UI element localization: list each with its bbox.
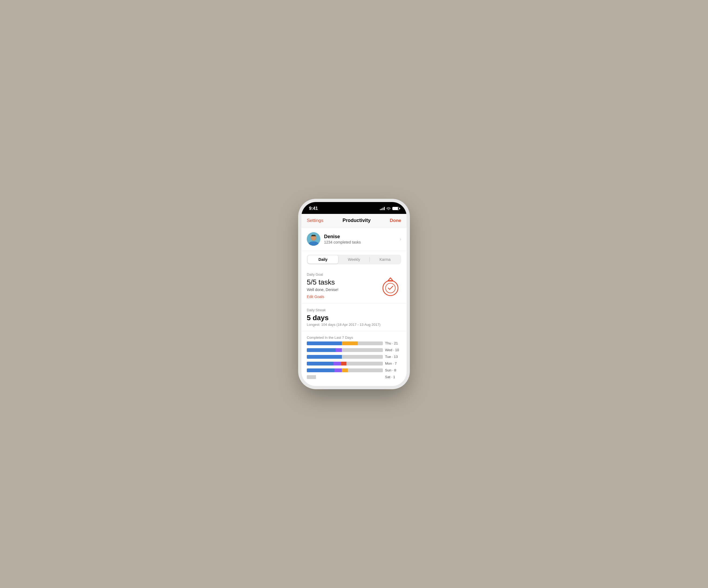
chart-row: Wed · 10 bbox=[307, 348, 401, 352]
gray-bar-segment bbox=[347, 362, 383, 366]
tab-daily[interactable]: Daily bbox=[307, 255, 338, 264]
goal-left: Daily Goal 5/5 tasks Well done, Denise! … bbox=[307, 272, 380, 299]
svg-point-5 bbox=[386, 283, 395, 293]
blue-bar-segment bbox=[307, 368, 334, 372]
daily-goal-section: Daily Goal 5/5 tasks Well done, Denise! … bbox=[301, 268, 407, 304]
chevron-right-icon: › bbox=[400, 236, 401, 242]
daily-goal-subtitle: Well done, Denise! bbox=[307, 287, 380, 292]
status-bar: 9:41 bbox=[301, 202, 407, 214]
bar-container bbox=[307, 368, 383, 372]
tab-segment-control: Daily Weekly Karma bbox=[307, 255, 401, 264]
bar-container bbox=[307, 362, 383, 366]
gray-bar-segment bbox=[348, 368, 383, 372]
blue-bar-segment bbox=[307, 355, 342, 359]
blue-bar-segment bbox=[307, 348, 336, 352]
status-icons bbox=[380, 207, 399, 211]
purple-bar-segment bbox=[334, 368, 342, 372]
red-bar-segment bbox=[341, 362, 347, 366]
settings-button[interactable]: Settings bbox=[307, 218, 323, 223]
chart-day-label: Sun · 8 bbox=[385, 368, 401, 372]
signal-icon bbox=[380, 207, 385, 210]
orange-bar-segment bbox=[342, 368, 348, 372]
chart-row: Tue · 13 bbox=[307, 355, 401, 359]
nav-bar: Settings Productivity Done bbox=[301, 214, 407, 227]
status-time: 9:41 bbox=[309, 206, 318, 211]
phone-frame: 9:41 Settings Productivity Done bbox=[301, 202, 407, 386]
page-title: Productivity bbox=[343, 218, 371, 223]
blue-bar-segment bbox=[307, 362, 333, 366]
gray-bar-segment bbox=[307, 375, 316, 379]
tab-weekly[interactable]: Weekly bbox=[338, 255, 370, 264]
chart-day-label: Mon · 7 bbox=[385, 362, 401, 366]
gray-bar-segment bbox=[342, 355, 383, 359]
bar-container bbox=[307, 355, 383, 359]
chart-rows: Thu · 21Wed · 10Tue · 13Mon · 7Sun · 8Sa… bbox=[307, 341, 401, 379]
chart-row: Thu · 21 bbox=[307, 341, 401, 345]
purple-bar-segment bbox=[336, 348, 342, 352]
medal-icon bbox=[380, 275, 401, 297]
orange-bar-segment bbox=[342, 341, 358, 345]
avatar bbox=[307, 232, 320, 246]
streak-label: Daily Streak bbox=[307, 308, 401, 312]
user-name: Denise bbox=[324, 234, 400, 240]
goal-tasks-suffix: tasks bbox=[317, 278, 335, 286]
daily-streak-section: Daily Streak 5 days Longest: 104 days (1… bbox=[301, 304, 407, 331]
streak-longest: Longest: 104 days (18 Apr 2017 - 13 Aug … bbox=[307, 322, 401, 327]
user-info: Denise 1234 completed tasks bbox=[324, 234, 400, 244]
svg-point-3 bbox=[383, 280, 398, 296]
wifi-icon bbox=[386, 207, 391, 211]
chart-day-label: Sat · 1 bbox=[385, 375, 401, 379]
streak-value: 5 days bbox=[307, 314, 401, 322]
main-content: Denise 1234 completed tasks › Daily Week… bbox=[301, 227, 407, 386]
chart-day-label: Thu · 21 bbox=[385, 341, 401, 345]
blue-bar-segment bbox=[307, 341, 342, 345]
bar-container bbox=[307, 348, 383, 352]
chart-day-label: Wed · 10 bbox=[385, 348, 401, 352]
edit-goals-link[interactable]: Edit Goals bbox=[307, 295, 324, 299]
daily-goal-value: 5/5 tasks bbox=[307, 278, 380, 286]
tab-karma[interactable]: Karma bbox=[370, 255, 401, 264]
gray-bar-segment bbox=[358, 341, 383, 345]
chart-row: Sun · 8 bbox=[307, 368, 401, 372]
user-profile-row[interactable]: Denise 1234 completed tasks › bbox=[301, 227, 407, 251]
user-task-count: 1234 completed tasks bbox=[324, 240, 400, 244]
battery-icon bbox=[392, 207, 399, 210]
bar-container bbox=[307, 375, 383, 379]
bar-container bbox=[307, 341, 383, 345]
gray-bar-segment bbox=[342, 348, 383, 352]
daily-goal-label: Daily Goal bbox=[307, 272, 380, 276]
completed-section: Completed In the Last 7 Days Thu · 21Wed… bbox=[301, 331, 407, 386]
done-button[interactable]: Done bbox=[390, 218, 402, 223]
chart-row: Mon · 7 bbox=[307, 362, 401, 366]
purple-bar-segment bbox=[333, 362, 341, 366]
chart-row: Sat · 1 bbox=[307, 375, 401, 379]
goal-fraction: 5/5 bbox=[307, 278, 317, 286]
completed-label: Completed In the Last 7 Days bbox=[307, 336, 401, 340]
chart-day-label: Tue · 13 bbox=[385, 355, 401, 359]
